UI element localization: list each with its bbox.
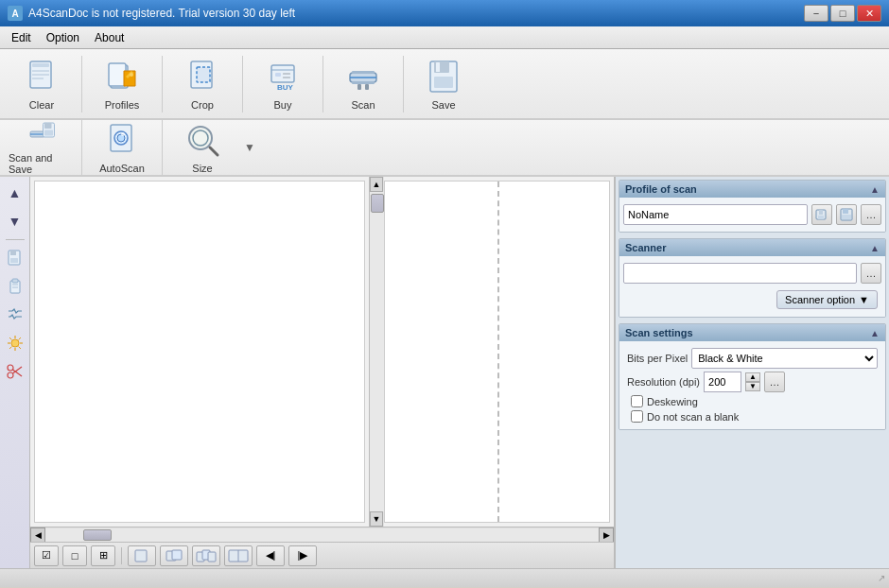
scissors-icon — [7, 363, 24, 380]
adjust-button[interactable] — [3, 303, 27, 327]
save-page-icon — [7, 250, 24, 267]
no-blank-label: Do not scan a blank — [647, 411, 739, 423]
svg-rect-59 — [135, 550, 147, 562]
right-panel: Profile of scan ▲ — [615, 177, 889, 568]
checkbox-view-button[interactable]: ☑ — [34, 545, 59, 566]
move-up-button[interactable]: ▲ — [3, 181, 27, 205]
scroll-left-button[interactable]: ◀ — [30, 527, 45, 543]
preview-scrollbar[interactable]: ▲ ▼ — [369, 177, 384, 527]
sep2 — [162, 56, 163, 112]
autoscan-button[interactable]: AutoScan — [84, 115, 160, 180]
scanner-collapse-button[interactable]: ▲ — [870, 243, 880, 253]
svg-line-54 — [9, 347, 12, 350]
preview-area: ▲ ▼ ◀ ▶ ☑ — [30, 177, 615, 568]
scan-settings-section: Scan settings ▲ Bits per Pixel Black & W… — [619, 323, 886, 430]
profile-collapse-button[interactable]: ▲ — [870, 184, 880, 195]
grid-view-button[interactable]: ⊞ — [91, 545, 115, 566]
save-button[interactable]: Save — [406, 52, 481, 116]
maximize-button[interactable]: □ — [830, 5, 855, 22]
preview-bottom-toolbar: ☑ □ ⊞ — [30, 542, 614, 568]
crop-label: Crop — [191, 99, 214, 111]
profile-name-input[interactable] — [623, 204, 808, 225]
profiles-icon — [103, 58, 141, 95]
svg-rect-13 — [275, 73, 281, 77]
crop-icon — [183, 58, 221, 95]
profile-save-button[interactable] — [836, 204, 857, 225]
profile-more-button[interactable]: … — [861, 204, 881, 225]
save-page-button[interactable] — [3, 246, 27, 270]
profiles-label: Profiles — [105, 99, 140, 111]
svg-point-7 — [130, 73, 133, 77]
scan-bottom-btn3[interactable] — [192, 545, 220, 566]
resolution-input[interactable] — [704, 372, 741, 392]
buy-button[interactable]: BUY Buy — [245, 52, 321, 116]
scanner-name-input[interactable] — [623, 263, 857, 284]
scan-save-button[interactable]: Scan and Save — [4, 115, 79, 180]
svg-rect-41 — [10, 258, 18, 263]
h-scroll-track — [45, 528, 599, 542]
scroll-up-button[interactable]: ▲ — [370, 177, 383, 192]
resolution-up-button[interactable]: ▲ — [745, 372, 760, 382]
menu-option[interactable]: Option — [39, 29, 87, 46]
brightness-button[interactable] — [3, 331, 27, 355]
scroll-thumb[interactable] — [371, 194, 384, 213]
size-button[interactable]: Size — [165, 115, 240, 180]
scanner-header-text: Scanner — [625, 242, 666, 253]
clipboard-button[interactable] — [3, 274, 27, 299]
svg-point-55 — [8, 372, 13, 378]
single-view-button[interactable]: □ — [62, 545, 87, 566]
scissors-button[interactable] — [3, 359, 27, 384]
scan-save-icon — [23, 120, 61, 148]
clear-button[interactable]: Clear — [4, 52, 79, 116]
close-button[interactable]: ✕ — [857, 5, 881, 22]
resolution-more-button[interactable]: … — [764, 372, 785, 392]
status-corner: ↗ — [878, 573, 885, 583]
resolution-label: Resolution (dpi) — [627, 376, 700, 388]
save-icon — [425, 58, 462, 95]
h-scroll-thumb[interactable] — [83, 529, 112, 541]
svg-rect-40 — [10, 251, 16, 255]
scanner-body: … Scanner option ▼ — [619, 256, 885, 317]
scanner-option-arrow: ▼ — [859, 294, 869, 305]
scan-bottom-btn1[interactable] — [128, 545, 156, 566]
scroll-down-button[interactable]: ▼ — [370, 511, 383, 527]
menu-about[interactable]: About — [87, 29, 131, 46]
move-down-button[interactable]: ▼ — [3, 209, 27, 233]
bits-per-pixel-row: Bits per Pixel Black & White Grayscale C… — [627, 348, 878, 369]
size-dropdown[interactable]: ▼ — [244, 141, 255, 154]
app-icon: A — [8, 6, 23, 21]
scan-bottom-btn4[interactable] — [224, 545, 253, 566]
minimize-button[interactable]: − — [804, 5, 828, 22]
resolution-down-button[interactable]: ▼ — [745, 382, 760, 391]
buy-label: Buy — [274, 99, 292, 111]
crop-button[interactable]: Crop — [165, 52, 240, 116]
menu-bar: Edit Option About — [0, 26, 889, 49]
svg-line-53 — [18, 337, 21, 340]
window-title: A4ScanDoc is not registered. Trial versi… — [28, 7, 295, 20]
sep4 — [322, 56, 323, 112]
scan-settings-header: Scan settings ▲ — [619, 324, 885, 341]
profile-load-button[interactable] — [811, 204, 832, 225]
resolution-row: Resolution (dpi) ▲ ▼ … — [627, 372, 878, 392]
no-blank-checkbox[interactable] — [631, 410, 643, 423]
scanner-option-button[interactable]: Scanner option ▼ — [776, 290, 878, 309]
svg-text:BUY: BUY — [277, 83, 294, 92]
svg-rect-69 — [818, 216, 824, 219]
menu-edit[interactable]: Edit — [4, 29, 39, 46]
first-page-button[interactable]: ◀| — [256, 545, 285, 566]
svg-rect-10 — [197, 67, 210, 82]
scan-bottom-btn2[interactable] — [160, 545, 188, 566]
last-page-button[interactable]: |▶ — [288, 545, 317, 566]
preview-container: ▲ ▼ — [30, 177, 614, 527]
bits-per-pixel-select[interactable]: Black & White Grayscale Color — [691, 348, 878, 369]
deskewing-checkbox[interactable] — [631, 395, 643, 407]
svg-rect-26 — [434, 77, 453, 88]
scroll-track — [370, 192, 384, 511]
profiles-button[interactable]: Profiles — [84, 52, 160, 116]
scan-button[interactable]: Scan — [325, 52, 401, 116]
scan-page-icon2 — [166, 549, 183, 562]
scan-settings-collapse-button[interactable]: ▲ — [870, 328, 880, 338]
scanner-more-button[interactable]: … — [861, 263, 881, 284]
buy-icon: BUY — [264, 58, 302, 95]
scroll-right-button[interactable]: ▶ — [599, 527, 614, 543]
